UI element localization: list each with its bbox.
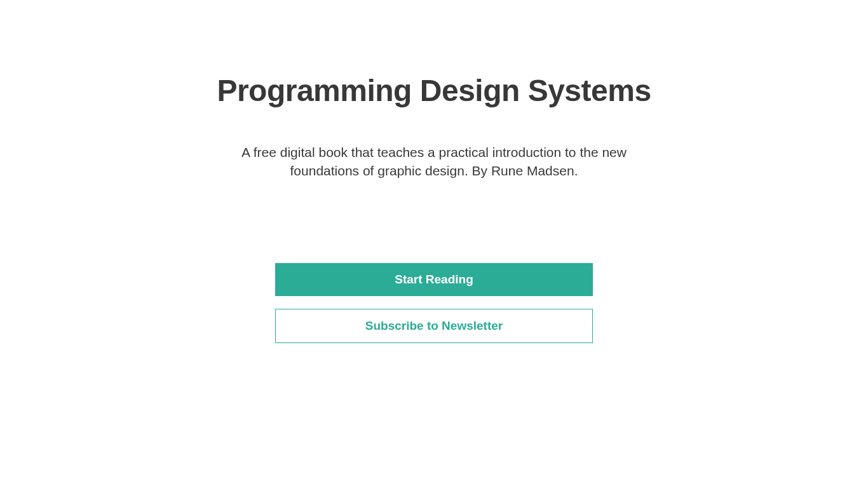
page-title: Programming Design Systems: [217, 73, 651, 108]
button-group: Start Reading Subscribe to Newsletter: [275, 263, 593, 343]
page-description: A free digital book that teaches a pract…: [212, 143, 656, 180]
main-container: Programming Design Systems A free digita…: [0, 0, 868, 343]
start-reading-button[interactable]: Start Reading: [275, 263, 593, 296]
subscribe-newsletter-button[interactable]: Subscribe to Newsletter: [275, 309, 593, 343]
